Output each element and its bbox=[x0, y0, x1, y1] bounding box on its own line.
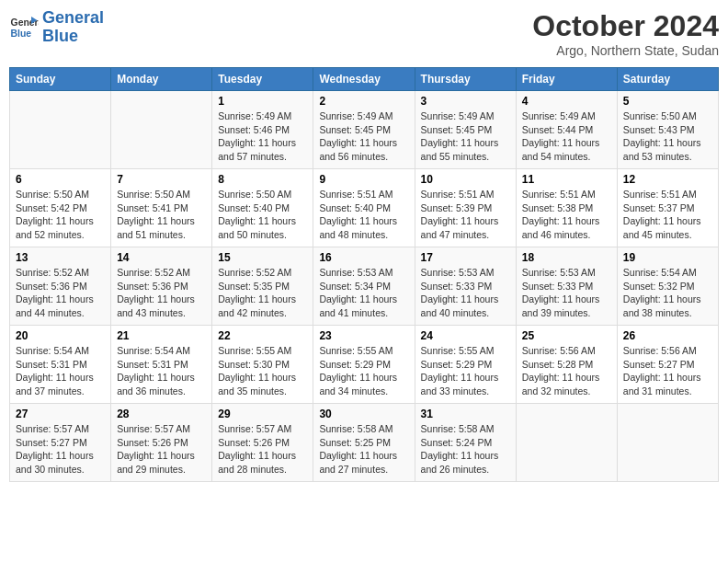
svg-text:Blue: Blue bbox=[11, 28, 32, 38]
day-info: Sunrise: 5:53 AM Sunset: 5:33 PM Dayligh… bbox=[522, 266, 611, 320]
day-number: 25 bbox=[522, 329, 611, 342]
page-header: General Blue GeneralBlue October 2024 Ar… bbox=[9, 9, 719, 58]
logo: General Blue GeneralBlue bbox=[9, 9, 104, 46]
logo-icon: General Blue bbox=[9, 13, 39, 42]
day-info: Sunrise: 5:49 AM Sunset: 5:46 PM Dayligh… bbox=[218, 109, 307, 164]
day-info: Sunrise: 5:51 AM Sunset: 5:39 PM Dayligh… bbox=[421, 188, 510, 242]
calendar-cell: 10Sunrise: 5:51 AM Sunset: 5:39 PM Dayli… bbox=[415, 169, 516, 247]
calendar-header-row: SundayMondayTuesdayWednesdayThursdayFrid… bbox=[10, 68, 719, 91]
day-number: 2 bbox=[319, 95, 408, 108]
day-number: 20 bbox=[16, 329, 105, 342]
calendar-cell: 3Sunrise: 5:49 AM Sunset: 5:45 PM Daylig… bbox=[415, 91, 516, 169]
day-info: Sunrise: 5:49 AM Sunset: 5:45 PM Dayligh… bbox=[421, 109, 510, 164]
day-info: Sunrise: 5:52 AM Sunset: 5:36 PM Dayligh… bbox=[16, 266, 105, 320]
day-number: 26 bbox=[623, 329, 712, 342]
calendar-cell: 18Sunrise: 5:53 AM Sunset: 5:33 PM Dayli… bbox=[516, 247, 617, 326]
day-info: Sunrise: 5:49 AM Sunset: 5:45 PM Dayligh… bbox=[319, 109, 408, 164]
day-number: 9 bbox=[319, 173, 408, 186]
day-number: 22 bbox=[218, 329, 307, 342]
day-info: Sunrise: 5:51 AM Sunset: 5:38 PM Dayligh… bbox=[522, 188, 611, 242]
calendar-cell: 14Sunrise: 5:52 AM Sunset: 5:36 PM Dayli… bbox=[111, 247, 212, 326]
calendar-cell bbox=[617, 404, 718, 482]
calendar-cell: 25Sunrise: 5:56 AM Sunset: 5:28 PM Dayli… bbox=[516, 326, 617, 404]
day-number: 12 bbox=[623, 173, 712, 186]
calendar-cell: 2Sunrise: 5:49 AM Sunset: 5:45 PM Daylig… bbox=[313, 91, 415, 169]
calendar-cell: 27Sunrise: 5:57 AM Sunset: 5:27 PM Dayli… bbox=[10, 404, 111, 482]
day-info: Sunrise: 5:56 AM Sunset: 5:28 PM Dayligh… bbox=[522, 344, 611, 398]
day-number: 4 bbox=[522, 95, 611, 108]
header-day-saturday: Saturday bbox=[617, 68, 718, 91]
day-info: Sunrise: 5:53 AM Sunset: 5:33 PM Dayligh… bbox=[421, 266, 510, 320]
day-info: Sunrise: 5:58 AM Sunset: 5:24 PM Dayligh… bbox=[421, 422, 510, 477]
day-info: Sunrise: 5:55 AM Sunset: 5:30 PM Dayligh… bbox=[218, 344, 307, 398]
calendar-cell: 24Sunrise: 5:55 AM Sunset: 5:29 PM Dayli… bbox=[415, 326, 516, 404]
day-number: 23 bbox=[319, 329, 408, 342]
week-row-2: 6Sunrise: 5:50 AM Sunset: 5:42 PM Daylig… bbox=[10, 169, 719, 247]
header-day-thursday: Thursday bbox=[415, 68, 516, 91]
day-number: 17 bbox=[421, 251, 510, 264]
day-info: Sunrise: 5:53 AM Sunset: 5:34 PM Dayligh… bbox=[319, 266, 408, 320]
day-info: Sunrise: 5:55 AM Sunset: 5:29 PM Dayligh… bbox=[421, 344, 510, 398]
day-number: 19 bbox=[623, 251, 712, 264]
calendar-cell: 13Sunrise: 5:52 AM Sunset: 5:36 PM Dayli… bbox=[10, 247, 111, 326]
calendar-cell: 20Sunrise: 5:54 AM Sunset: 5:31 PM Dayli… bbox=[10, 326, 111, 404]
day-info: Sunrise: 5:56 AM Sunset: 5:27 PM Dayligh… bbox=[623, 344, 712, 398]
calendar-cell: 8Sunrise: 5:50 AM Sunset: 5:40 PM Daylig… bbox=[212, 169, 313, 247]
logo-text: GeneralBlue bbox=[42, 9, 104, 46]
day-info: Sunrise: 5:50 AM Sunset: 5:40 PM Dayligh… bbox=[218, 188, 307, 242]
day-number: 29 bbox=[218, 408, 307, 420]
calendar-cell: 7Sunrise: 5:50 AM Sunset: 5:41 PM Daylig… bbox=[111, 169, 212, 247]
day-number: 8 bbox=[218, 173, 307, 186]
day-number: 15 bbox=[218, 251, 307, 264]
day-number: 14 bbox=[117, 251, 206, 264]
day-number: 6 bbox=[16, 173, 105, 186]
calendar-cell: 23Sunrise: 5:55 AM Sunset: 5:29 PM Dayli… bbox=[313, 326, 415, 404]
day-number: 7 bbox=[117, 173, 206, 186]
header-day-tuesday: Tuesday bbox=[212, 68, 313, 91]
calendar-cell: 16Sunrise: 5:53 AM Sunset: 5:34 PM Dayli… bbox=[313, 247, 415, 326]
month-title: October 2024 bbox=[532, 9, 719, 43]
day-number: 3 bbox=[421, 95, 510, 108]
day-number: 28 bbox=[117, 408, 206, 420]
day-number: 24 bbox=[421, 329, 510, 342]
calendar-cell: 12Sunrise: 5:51 AM Sunset: 5:37 PM Dayli… bbox=[617, 169, 718, 247]
calendar-cell: 15Sunrise: 5:52 AM Sunset: 5:35 PM Dayli… bbox=[212, 247, 313, 326]
day-info: Sunrise: 5:58 AM Sunset: 5:25 PM Dayligh… bbox=[319, 422, 408, 477]
day-info: Sunrise: 5:54 AM Sunset: 5:31 PM Dayligh… bbox=[117, 344, 206, 398]
header-day-friday: Friday bbox=[516, 68, 617, 91]
day-info: Sunrise: 5:57 AM Sunset: 5:26 PM Dayligh… bbox=[218, 422, 307, 477]
calendar-cell: 21Sunrise: 5:54 AM Sunset: 5:31 PM Dayli… bbox=[111, 326, 212, 404]
calendar-cell: 4Sunrise: 5:49 AM Sunset: 5:44 PM Daylig… bbox=[516, 91, 617, 169]
title-block: October 2024 Argo, Northern State, Sudan bbox=[532, 9, 719, 58]
day-number: 30 bbox=[319, 408, 408, 420]
calendar-cell: 17Sunrise: 5:53 AM Sunset: 5:33 PM Dayli… bbox=[415, 247, 516, 326]
day-number: 13 bbox=[16, 251, 105, 264]
day-number: 11 bbox=[522, 173, 611, 186]
header-day-monday: Monday bbox=[111, 68, 212, 91]
calendar-cell: 28Sunrise: 5:57 AM Sunset: 5:26 PM Dayli… bbox=[111, 404, 212, 482]
calendar-cell: 22Sunrise: 5:55 AM Sunset: 5:30 PM Dayli… bbox=[212, 326, 313, 404]
day-number: 27 bbox=[16, 408, 105, 420]
calendar-cell: 5Sunrise: 5:50 AM Sunset: 5:43 PM Daylig… bbox=[617, 91, 718, 169]
calendar-cell: 30Sunrise: 5:58 AM Sunset: 5:25 PM Dayli… bbox=[313, 404, 415, 482]
week-row-3: 13Sunrise: 5:52 AM Sunset: 5:36 PM Dayli… bbox=[10, 247, 719, 326]
day-info: Sunrise: 5:52 AM Sunset: 5:35 PM Dayligh… bbox=[218, 266, 307, 320]
day-number: 31 bbox=[421, 408, 510, 420]
calendar-cell: 29Sunrise: 5:57 AM Sunset: 5:26 PM Dayli… bbox=[212, 404, 313, 482]
day-info: Sunrise: 5:52 AM Sunset: 5:36 PM Dayligh… bbox=[117, 266, 206, 320]
day-number: 5 bbox=[623, 95, 712, 108]
week-row-5: 27Sunrise: 5:57 AM Sunset: 5:27 PM Dayli… bbox=[10, 404, 719, 482]
day-info: Sunrise: 5:55 AM Sunset: 5:29 PM Dayligh… bbox=[319, 344, 408, 398]
calendar-cell: 6Sunrise: 5:50 AM Sunset: 5:42 PM Daylig… bbox=[10, 169, 111, 247]
header-day-wednesday: Wednesday bbox=[313, 68, 415, 91]
calendar-cell bbox=[111, 91, 212, 169]
day-info: Sunrise: 5:57 AM Sunset: 5:26 PM Dayligh… bbox=[117, 422, 206, 477]
location-title: Argo, Northern State, Sudan bbox=[532, 43, 719, 58]
day-number: 18 bbox=[522, 251, 611, 264]
day-info: Sunrise: 5:50 AM Sunset: 5:41 PM Dayligh… bbox=[117, 188, 206, 242]
calendar-cell: 19Sunrise: 5:54 AM Sunset: 5:32 PM Dayli… bbox=[617, 247, 718, 326]
day-info: Sunrise: 5:50 AM Sunset: 5:43 PM Dayligh… bbox=[623, 109, 712, 164]
calendar-cell bbox=[10, 91, 111, 169]
calendar-cell: 31Sunrise: 5:58 AM Sunset: 5:24 PM Dayli… bbox=[415, 404, 516, 482]
day-number: 1 bbox=[218, 95, 307, 108]
